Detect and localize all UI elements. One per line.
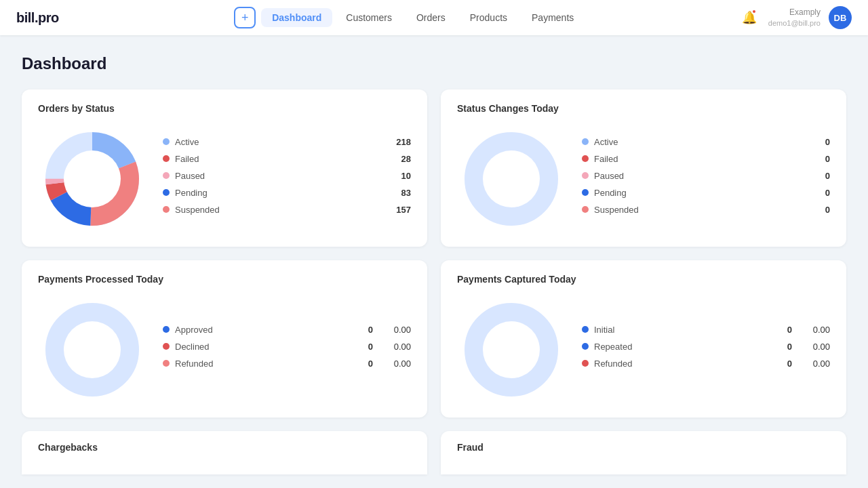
pc-refunded-amount: 0.00 — [797, 359, 830, 369]
sc-paused-dot — [582, 172, 589, 179]
payments-captured-title: Payments Captured Today — [457, 274, 830, 285]
pp-approved-amount: 0.00 — [378, 325, 411, 335]
svg-point-6 — [64, 150, 121, 207]
legend-paused: Paused 10 — [163, 171, 411, 181]
sc-pending-label: Pending — [594, 188, 804, 198]
status-changes-donut — [457, 125, 566, 233]
sc-pending-dot — [582, 189, 589, 196]
sc-failed-label: Failed — [594, 154, 804, 164]
pp-approved-count: 0 — [359, 325, 373, 335]
status-changes-legend: Active 0 Failed 0 Paused 0 — [582, 137, 830, 222]
pc-refunded-label: Refunded — [594, 359, 773, 369]
header-right: 🔔 Examply demo1@bill.pro DB — [738, 6, 852, 29]
logo: bill.pro — [16, 10, 59, 26]
status-changes-card: Status Changes Today Active 0 — [441, 89, 846, 247]
sc-failed-value: 0 — [810, 154, 830, 164]
chargebacks-title: Chargebacks — [38, 442, 411, 453]
status-changes-content: Active 0 Failed 0 Paused 0 — [457, 125, 830, 233]
sc-legend-active: Active 0 — [582, 137, 830, 147]
sc-suspended-label: Suspended — [594, 205, 804, 215]
payments-captured-card: Payments Captured Today Initial 0 0.00 — [441, 260, 846, 418]
sc-active-dot — [582, 138, 589, 145]
failed-value: 28 — [391, 154, 411, 164]
pp-declined-label: Declined — [175, 342, 354, 352]
pp-refunded-label: Refunded — [175, 359, 354, 369]
sc-paused-label: Paused — [594, 171, 804, 181]
sc-legend-pending: Pending 0 — [582, 188, 830, 198]
nav-item-dashboard[interactable]: Dashboard — [261, 8, 332, 27]
svg-point-12 — [483, 321, 540, 378]
user-email: demo1@bill.pro — [768, 18, 821, 28]
orders-by-status-legend: Active 218 Failed 28 Paused 10 — [163, 137, 411, 222]
orders-by-status-card: Orders by Status — [22, 89, 427, 247]
payments-processed-legend: Approved 0 0.00 Declined 0 0.00 Refunded… — [163, 325, 411, 375]
active-dot — [163, 138, 170, 145]
pp-refunded-amount: 0.00 — [378, 359, 411, 369]
chargebacks-card: Chargebacks — [22, 431, 427, 474]
legend-failed: Failed 28 — [163, 154, 411, 164]
pp-declined-count: 0 — [359, 342, 373, 352]
pc-repeated-amount: 0.00 — [797, 342, 830, 352]
sc-pending-value: 0 — [810, 188, 830, 198]
pc-repeated-label: Repeated — [594, 342, 773, 352]
nav-item-customers[interactable]: Customers — [335, 8, 403, 27]
pc-legend-repeated: Repeated 0 0.00 — [582, 342, 830, 352]
pc-refunded-count: 0 — [778, 359, 792, 369]
sc-failed-dot — [582, 155, 589, 162]
sc-legend-paused: Paused 0 — [582, 171, 830, 181]
legend-suspended: Suspended 157 — [163, 205, 411, 215]
failed-dot — [163, 155, 170, 162]
pc-repeated-count: 0 — [778, 342, 792, 352]
pc-legend-refunded: Refunded 0 0.00 — [582, 359, 830, 369]
pc-repeated-dot — [582, 343, 589, 350]
pp-approved-label: Approved — [175, 325, 354, 335]
user-info: Examply demo1@bill.pro — [768, 7, 821, 28]
payments-processed-title: Payments Processed Today — [38, 274, 411, 285]
pc-refunded-dot — [582, 360, 589, 367]
pc-initial-label: Initial — [594, 325, 773, 335]
suspended-dot — [163, 206, 170, 213]
legend-active: Active 218 — [163, 137, 411, 147]
sc-suspended-dot — [582, 206, 589, 213]
pp-legend-approved: Approved 0 0.00 — [163, 325, 411, 335]
pc-legend-initial: Initial 0 0.00 — [582, 325, 830, 335]
failed-label: Failed — [175, 154, 385, 164]
payments-processed-card: Payments Processed Today Approved 0 0.00 — [22, 260, 427, 418]
fraud-title: Fraud — [457, 442, 830, 453]
pc-initial-count: 0 — [778, 325, 792, 335]
orders-donut-chart — [38, 125, 146, 233]
header: bill.pro + Dashboard Customers Orders Pr… — [0, 0, 868, 35]
sc-suspended-value: 0 — [810, 205, 830, 215]
nav-item-products[interactable]: Products — [459, 8, 518, 27]
pp-declined-dot — [163, 343, 170, 350]
orders-by-status-title: Orders by Status — [38, 103, 411, 114]
pending-dot — [163, 189, 170, 196]
notifications-button[interactable]: 🔔 — [738, 7, 760, 28]
sc-active-label: Active — [594, 137, 804, 147]
pending-value: 83 — [391, 188, 411, 198]
status-changes-title: Status Changes Today — [457, 103, 830, 114]
payments-captured-donut — [457, 296, 566, 404]
dashboard-grid: Orders by Status — [22, 89, 846, 474]
orders-by-status-content: Active 218 Failed 28 Paused 10 — [38, 125, 411, 233]
sc-legend-suspended: Suspended 0 — [582, 205, 830, 215]
payments-processed-donut — [38, 296, 146, 404]
sc-legend-failed: Failed 0 — [582, 154, 830, 164]
suspended-label: Suspended — [175, 205, 385, 215]
pc-initial-amount: 0.00 — [797, 325, 830, 335]
avatar[interactable]: DB — [829, 6, 852, 29]
sc-paused-value: 0 — [810, 171, 830, 181]
main-content: Dashboard Orders by Status — [0, 35, 868, 488]
pp-approved-dot — [163, 326, 170, 333]
payments-captured-legend: Initial 0 0.00 Repeated 0 0.00 Refunded … — [582, 325, 830, 375]
user-name: Examply — [789, 7, 821, 18]
pc-initial-dot — [582, 326, 589, 333]
active-value: 218 — [391, 137, 411, 147]
paused-value: 10 — [391, 171, 411, 181]
nav-item-orders[interactable]: Orders — [406, 8, 456, 27]
paused-label: Paused — [175, 171, 385, 181]
suspended-value: 157 — [391, 205, 411, 215]
legend-pending: Pending 83 — [163, 188, 411, 198]
nav-item-payments[interactable]: Payments — [521, 8, 585, 27]
add-button[interactable]: + — [234, 7, 256, 28]
